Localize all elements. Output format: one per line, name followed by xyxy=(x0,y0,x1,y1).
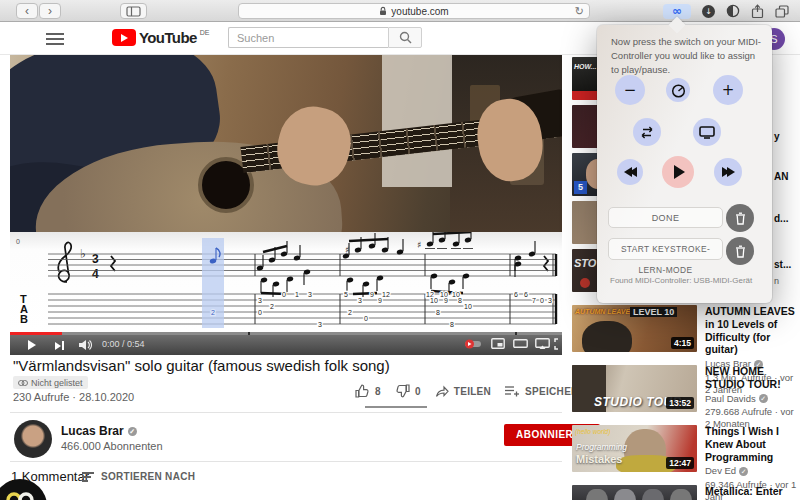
sidebar-thumbnail-jazzman[interactable]: MEJAZZICA xyxy=(572,485,697,500)
badge-number: 5 xyxy=(574,181,587,194)
forward-button[interactable]: › xyxy=(39,3,61,19)
app-window: ‹ › youtube.com ↻ ∞ ↓ + YouTube DE S xyxy=(0,0,800,500)
downloads-icon[interactable]: ↓ xyxy=(702,5,715,18)
fullscreen-button[interactable] xyxy=(554,338,562,350)
verified-icon: ✓ xyxy=(128,427,137,436)
loop-button[interactable] xyxy=(633,118,661,146)
midi-device-status: Found MIDI-Controller: USB-MIDI-Gerät xyxy=(610,276,752,285)
thumb-down-icon xyxy=(395,384,410,398)
next-icon xyxy=(55,342,61,350)
pip-button[interactable] xyxy=(693,118,721,146)
sidebar-toggle-button[interactable] xyxy=(120,3,147,19)
next-button[interactable] xyxy=(55,341,64,350)
miniplayer-button[interactable] xyxy=(491,338,505,349)
reload-icon[interactable]: ↻ xyxy=(575,5,584,18)
delete-keystroke-button[interactable] xyxy=(726,237,754,265)
contrast-icon[interactable] xyxy=(726,4,740,18)
sidebar-video-title[interactable]: NEW HOME STUDIO TOUR! xyxy=(705,365,798,391)
back-button[interactable]: ‹ xyxy=(16,3,38,19)
loop-icon xyxy=(639,126,655,139)
search-button[interactable] xyxy=(388,27,422,48)
svg-text:0: 0 xyxy=(282,291,286,298)
title-fragment: d... xyxy=(774,213,788,224)
sidebar-video-title[interactable]: Metallica: Enter JAZZman xyxy=(705,485,798,500)
sort-button[interactable]: SORTIEREN NACH xyxy=(82,471,195,482)
channel-avatar[interactable] xyxy=(14,420,52,458)
svg-text:0: 0 xyxy=(258,309,262,316)
svg-text:1: 1 xyxy=(295,291,299,298)
svg-text:9: 9 xyxy=(370,291,374,298)
svg-text:♯: ♯ xyxy=(417,240,421,250)
theater-icon xyxy=(513,338,528,349)
svg-text:2: 2 xyxy=(348,309,352,316)
search-icon xyxy=(399,31,412,44)
faster-button[interactable]: + xyxy=(713,75,743,105)
video-frame[interactable] xyxy=(10,55,562,232)
sidebar-video-info[interactable]: NEW HOME STUDIO TOUR! Paul Davids✓ 279.6… xyxy=(705,365,798,431)
keystroke-learn-button[interactable]: START KEYSTROKE-LERN-MODE xyxy=(608,238,723,260)
search-input[interactable] xyxy=(228,27,388,48)
dislike-button[interactable]: 0 xyxy=(395,384,421,398)
sidebar-video-title[interactable]: AUTUMN LEAVES in 10 Levels of Difficulty… xyxy=(705,305,798,356)
video-player[interactable]: 0 ♭ 3 4 T A B ♯♯302013353912920121010109… xyxy=(10,55,562,355)
playlist-add-icon xyxy=(505,385,520,397)
slower-button[interactable]: − xyxy=(615,75,645,105)
midi-extension-popup: Now press the switch on your MIDI-Contro… xyxy=(597,25,772,303)
svg-text:6: 6 xyxy=(514,291,518,298)
menu-button[interactable] xyxy=(46,33,64,45)
cast-button[interactable] xyxy=(535,338,550,350)
svg-text:9: 9 xyxy=(444,297,448,304)
verified-icon: ✓ xyxy=(739,467,748,476)
progress-bar[interactable] xyxy=(10,332,562,335)
svg-text:0: 0 xyxy=(364,315,368,322)
fast-forward-button[interactable] xyxy=(714,158,742,186)
play-button[interactable] xyxy=(28,340,36,350)
sidebar-channel: Paul Davids xyxy=(705,393,756,405)
popup-message: Now press the switch on your MIDI-Contro… xyxy=(611,35,761,76)
quarter-rest xyxy=(111,256,115,271)
trash-icon xyxy=(735,212,746,225)
share-button[interactable]: TEILEN xyxy=(435,385,491,397)
sidebar-thumbnail-programming[interactable]: (hello world) Programming Mistakes 12:47 xyxy=(572,425,697,472)
youtube-logo[interactable]: YouTube DE xyxy=(112,29,209,46)
duration-badge: 4:15 xyxy=(671,337,694,349)
sort-icon xyxy=(82,472,94,482)
trash-icon xyxy=(735,245,746,258)
autoplay-toggle[interactable] xyxy=(465,339,482,349)
tab-letter-b: B xyxy=(20,313,28,325)
delete-mapping-button[interactable] xyxy=(726,204,754,232)
done-button[interactable]: DONE xyxy=(608,207,723,228)
fullscreen-icon xyxy=(554,338,562,350)
title-fragment: AN xyxy=(774,171,788,182)
sidebar-video-title[interactable]: Things I Wish I Knew About Programming xyxy=(705,425,798,463)
channel-name[interactable]: Lucas Brar✓ xyxy=(61,424,137,438)
video-title: "Värmlandsvisan" solo guitar (famous swe… xyxy=(13,357,553,374)
chevron-left-icon: ‹ xyxy=(25,4,29,18)
youtube-play-icon xyxy=(112,29,136,46)
monitor-icon xyxy=(699,126,715,139)
share-icon[interactable] xyxy=(751,4,764,19)
svg-text:♯: ♯ xyxy=(345,245,349,255)
play-pause-button[interactable] xyxy=(662,156,694,188)
theater-mode-button[interactable] xyxy=(513,338,528,349)
rewind-button[interactable] xyxy=(617,159,643,185)
volume-button[interactable] xyxy=(78,339,92,351)
badge-label: Nicht gelistet xyxy=(31,378,83,388)
sidebar-thumbnail-autumn-leaves[interactable]: AUTUMN LEAVES LEVEL 10 4:15 xyxy=(572,305,697,352)
chain-link-icon xyxy=(18,380,28,386)
sidebar-video-info[interactable]: Metallica: Enter JAZZman Lucas Brar✓ 341… xyxy=(705,485,798,500)
time-display: 0:00 / 0:54 xyxy=(102,339,145,349)
view-count: 230 Aufrufe · 28.10.2020 xyxy=(13,391,134,403)
svg-text:10: 10 xyxy=(464,303,472,310)
like-button[interactable]: 8 xyxy=(355,384,381,398)
panel-icon xyxy=(126,6,141,17)
sidebar-thumbnail-studio-tour[interactable]: STUDIO TOUR 13:52 xyxy=(572,365,697,412)
quarter-rest-2 xyxy=(544,256,548,271)
svg-text:3: 3 xyxy=(318,321,322,328)
tabs-icon[interactable] xyxy=(775,5,789,18)
rating-bar xyxy=(365,406,427,408)
address-bar[interactable]: youtube.com ↻ xyxy=(238,3,590,19)
svg-text:3: 3 xyxy=(358,297,362,304)
speed-button[interactable] xyxy=(666,78,690,102)
svg-text:6: 6 xyxy=(524,291,528,298)
